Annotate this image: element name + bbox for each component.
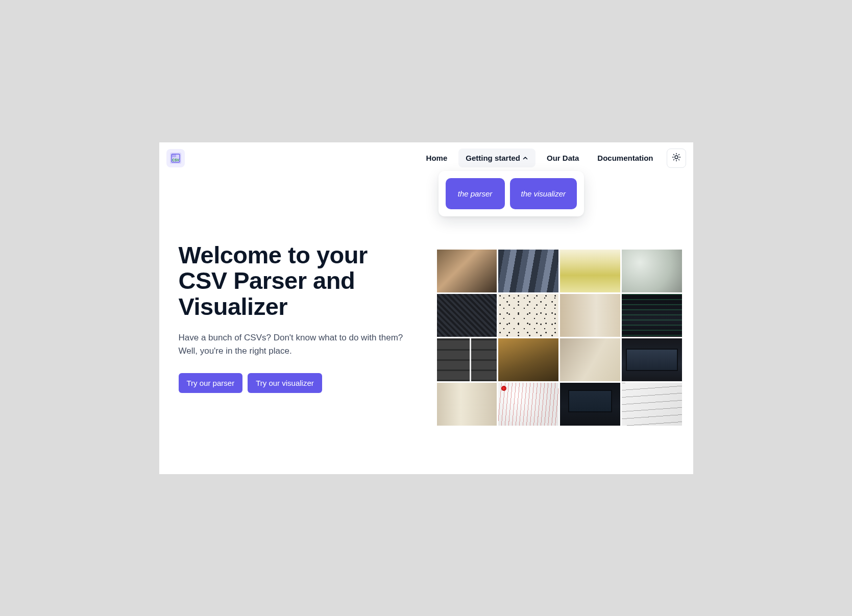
- grid-tile: [622, 250, 682, 292]
- nav-right: Home Getting started Our Data Documentat…: [419, 149, 686, 168]
- grid-tile: [437, 338, 497, 381]
- grid-tile: [560, 338, 620, 381]
- logo[interactable]: CSV: [166, 149, 185, 167]
- button-label: Try our parser: [187, 379, 235, 387]
- hero-title: Welcome to your CSV Parser and Visualize…: [179, 242, 413, 320]
- try-parser-button[interactable]: Try our parser: [179, 373, 243, 393]
- app-window: CSV Home Getting started Our Data Doc: [159, 142, 693, 474]
- svg-point-4: [675, 156, 678, 159]
- grid-tile: [437, 250, 497, 292]
- nav-item-documentation[interactable]: Documentation: [590, 149, 660, 167]
- hero-image-grid: [437, 250, 682, 426]
- dropdown-item-label: the parser: [458, 189, 493, 198]
- top-nav: CSV Home Getting started Our Data Doc: [159, 147, 693, 169]
- dropdown-item-visualizer[interactable]: the visualizer: [510, 178, 577, 209]
- nav-item-home[interactable]: Home: [419, 149, 455, 167]
- svg-text:CSV: CSV: [172, 158, 179, 162]
- chevron-up-icon: [522, 155, 528, 161]
- try-visualizer-button[interactable]: Try our visualizer: [248, 373, 322, 393]
- grid-tile: [560, 294, 620, 337]
- grid-tile: [498, 338, 558, 381]
- svg-line-10: [678, 160, 679, 160]
- grid-tile: [622, 338, 682, 381]
- nav-item-label: Our Data: [547, 154, 579, 162]
- dropdown-item-label: the visualizer: [521, 189, 566, 198]
- nav-item-our-data[interactable]: Our Data: [540, 149, 586, 167]
- grid-tile: [437, 294, 497, 337]
- svg-line-12: [678, 154, 679, 155]
- csv-logo-icon: CSV: [169, 152, 182, 165]
- nav-item-label: Home: [426, 154, 448, 162]
- getting-started-dropdown: the parser the visualizer: [439, 171, 585, 216]
- nav-item-label: Documentation: [597, 154, 653, 162]
- svg-line-9: [673, 154, 674, 155]
- grid-tile: [560, 383, 620, 426]
- grid-tile: [560, 250, 620, 292]
- svg-rect-2: [172, 154, 176, 157]
- cta-row: Try our parser Try our visualizer: [179, 373, 413, 393]
- nav-items: Home Getting started Our Data Documentat…: [419, 149, 661, 167]
- grid-tile: [622, 383, 682, 426]
- grid-tile: [437, 383, 497, 426]
- dropdown-item-parser[interactable]: the parser: [446, 178, 505, 209]
- nav-item-getting-started[interactable]: Getting started: [458, 149, 535, 167]
- grid-tile: [622, 294, 682, 337]
- grid-tile: [498, 383, 558, 426]
- sun-icon: [672, 153, 681, 163]
- svg-line-11: [673, 160, 674, 160]
- hero: Welcome to your CSV Parser and Visualize…: [179, 242, 413, 393]
- grid-tile: [498, 250, 558, 292]
- nav-item-label: Getting started: [466, 154, 520, 162]
- grid-tile: [498, 294, 558, 337]
- theme-toggle-button[interactable]: [667, 149, 686, 168]
- hero-subtitle: Have a bunch of CSVs? Don't know what to…: [179, 331, 413, 358]
- button-label: Try our visualizer: [256, 379, 314, 387]
